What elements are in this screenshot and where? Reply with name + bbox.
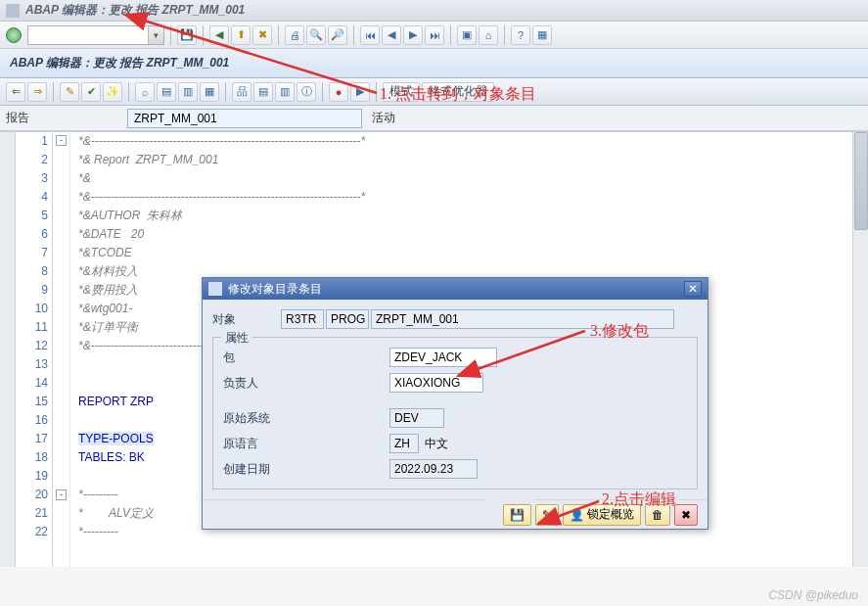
save-button[interactable]: 💾	[503, 504, 531, 526]
object-type2-field: PROG	[326, 309, 369, 329]
check-icon[interactable]: ▤	[157, 82, 176, 102]
cancel-button[interactable]: ✖	[674, 504, 698, 526]
dialog-body: 对象 R3TR PROG ZRPT_MM_001 属性 包 ZDEV_JACK …	[203, 300, 708, 499]
find-next-icon[interactable]: 🔎	[328, 25, 347, 45]
trash-icon: 🗑	[652, 508, 663, 522]
fold-toggle-icon[interactable]: -	[56, 135, 67, 146]
cancel-icon[interactable]: ✖	[252, 25, 272, 45]
dialog-icon	[208, 282, 222, 296]
separator	[170, 25, 171, 45]
app-icon	[6, 4, 20, 18]
formatter-button[interactable]: 格式优化器	[422, 82, 494, 102]
separator	[504, 25, 505, 45]
settings-icon[interactable]: ▦	[532, 25, 552, 45]
window-title-bar: ABAP 编辑器：更改 报告 ZRPT_MM_001	[0, 0, 868, 22]
worklist-icon[interactable]: ▥	[275, 82, 295, 102]
separator	[203, 25, 204, 45]
package-field[interactable]: ZDEV_JACK	[389, 348, 497, 367]
exit-icon[interactable]: ⬆	[231, 25, 251, 45]
mode-label: 模式	[389, 83, 413, 100]
dialog-object-directory: 修改对象目录条目 ✕ 对象 R3TR PROG ZRPT_MM_001 属性 包…	[202, 277, 708, 530]
created-label: 创建日期	[223, 461, 282, 478]
language-text: 中文	[425, 436, 448, 452]
prev-page-icon[interactable]: ◀	[382, 25, 401, 45]
print-icon[interactable]: 🖨	[285, 25, 304, 45]
dialog-button-row: 💾 ✎ 👤锁定概览 🗑 ✖	[203, 499, 708, 529]
nav-fwd-icon[interactable]: ⇒	[27, 82, 47, 102]
last-page-icon[interactable]: ⏭	[425, 25, 444, 45]
ok-icon[interactable]	[6, 27, 22, 43]
delete-button[interactable]: 🗑	[645, 504, 670, 526]
breakpoint-icon[interactable]: ●	[329, 82, 348, 102]
language-label: 原语言	[223, 436, 282, 452]
display-change-icon[interactable]: ✎	[60, 82, 79, 102]
first-page-icon[interactable]: ⏮	[360, 25, 380, 45]
object-list-icon[interactable]: ▤	[253, 82, 273, 102]
command-field[interactable]: ▾	[27, 25, 164, 45]
page-title: ABAP 编辑器：更改 报告 ZRPT_MM_001	[10, 55, 229, 71]
formatter-label: 格式优化器	[429, 83, 487, 100]
dialog-title-bar[interactable]: 修改对象目录条目 ✕	[203, 278, 708, 300]
object-name-field: ZRPT_MM_001	[371, 309, 674, 329]
new-session-icon[interactable]: ▣	[457, 25, 477, 45]
close-icon[interactable]: ✕	[684, 281, 702, 297]
dropdown-icon[interactable]: ▾	[148, 26, 163, 44]
next-page-icon[interactable]: ▶	[403, 25, 423, 45]
separator	[322, 82, 323, 102]
app-toolbar: ⇐ ⇒ ✎ ✔ ✨ ⌕ ▤ ▥ ▦ 品 ▤ ▥ ⓘ ● ▶ 模式 格式优化器	[0, 78, 868, 106]
person-icon: 👤	[570, 508, 584, 522]
back-icon[interactable]: ◀	[209, 25, 229, 45]
scrollbar-thumb[interactable]	[854, 132, 868, 230]
page-header: ABAP 编辑器：更改 报告 ZRPT_MM_001	[0, 49, 868, 78]
activate-icon[interactable]: ▥	[178, 82, 198, 102]
report-name-field[interactable]: ZRPT_MM_001	[127, 109, 362, 128]
vertical-scrollbar[interactable]	[852, 132, 868, 567]
find-icon[interactable]: 🔍	[306, 25, 326, 45]
status-label: 活动	[372, 110, 395, 126]
shortcut-icon[interactable]: ⌂	[479, 25, 498, 45]
separator	[450, 25, 451, 45]
attributes-group: 属性 包 ZDEV_JACK 负责人 XIAOXIONG 原始系统 DEV 原语…	[212, 337, 698, 489]
separator	[353, 25, 354, 45]
hierarchy-icon[interactable]: 品	[232, 82, 251, 102]
debug-icon[interactable]: ▶	[350, 82, 370, 102]
line-gutter: 12345678910111213141516171819202122	[18, 132, 53, 567]
object-label: 对象	[212, 311, 271, 328]
watermark: CSDN @pikeduo	[768, 588, 858, 602]
language-field: ZH	[389, 434, 419, 453]
test-icon[interactable]: ▦	[200, 82, 219, 102]
other-object-icon[interactable]: ✔	[81, 82, 101, 102]
fold-column: - -	[53, 132, 70, 567]
window-title: ABAP 编辑器：更改 报告 ZRPT_MM_001	[25, 2, 245, 19]
nav-back-icon[interactable]: ⇐	[6, 82, 25, 102]
responsible-label: 负责人	[223, 375, 282, 392]
lock-overview-label: 锁定概览	[587, 506, 634, 523]
editor-margin	[0, 132, 16, 567]
separator	[128, 82, 129, 102]
close-icon: ✖	[681, 508, 691, 522]
where-used-icon[interactable]: ⌕	[135, 82, 155, 102]
report-info-bar: 报告 ZRPT_MM_001 活动	[0, 106, 868, 131]
object-type1-field: R3TR	[281, 309, 324, 329]
package-label: 包	[223, 350, 282, 366]
save-icon: 💾	[510, 508, 525, 522]
fold-toggle-icon[interactable]: -	[56, 489, 67, 500]
save-icon[interactable]: 💾	[177, 25, 197, 45]
created-date-field: 2022.09.23	[389, 459, 478, 479]
attributes-label: 属性	[221, 330, 252, 347]
lock-overview-button[interactable]: 👤锁定概览	[563, 504, 641, 526]
separator	[376, 82, 377, 102]
edit-button[interactable]: ✎	[535, 504, 559, 526]
help-icon[interactable]: ?	[511, 25, 530, 45]
origin-label: 原始系统	[223, 410, 282, 427]
dialog-title: 修改对象目录条目	[228, 281, 322, 298]
navigation-icon[interactable]: ⓘ	[297, 82, 316, 102]
separator	[225, 82, 226, 102]
responsible-field[interactable]: XIAOXIONG	[389, 373, 483, 393]
report-label: 报告	[6, 110, 29, 126]
origin-field: DEV	[389, 408, 444, 428]
pencil-icon: ✎	[542, 508, 552, 522]
mode-button[interactable]: 模式	[383, 82, 420, 102]
active-icon[interactable]: ✨	[103, 82, 122, 102]
system-toolbar: ▾ 💾 ◀ ⬆ ✖ 🖨 🔍 🔎 ⏮ ◀ ▶ ⏭ ▣ ⌂ ? ▦	[0, 22, 868, 49]
